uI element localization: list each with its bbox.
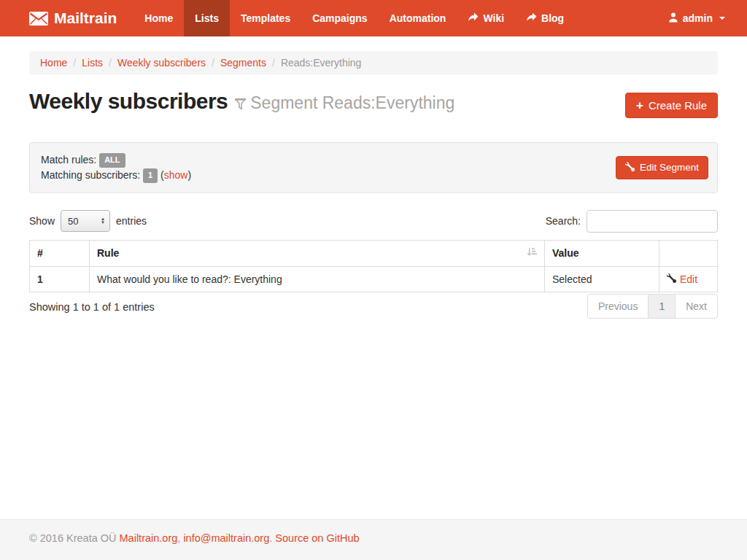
breadcrumb: Home / Lists / Weekly subscribers / Segm… [29, 51, 718, 74]
email-link[interactable]: info@mailtrain.org [183, 532, 269, 544]
page-title: Weekly subscribers [29, 89, 228, 114]
header-num[interactable]: # [30, 240, 90, 266]
search-label: Search: [546, 215, 581, 227]
pagination-page-1[interactable]: 1 [648, 294, 676, 319]
pagination-next[interactable]: Next [675, 294, 718, 319]
external-arrow-icon [468, 12, 479, 24]
brand-link[interactable]: Mailtrain [0, 0, 128, 36]
nav-item-label: Blog [541, 12, 564, 24]
mailtrain-org-link[interactable]: Mailtrain.org [120, 532, 178, 544]
nav-items: Home Lists Templates Campaigns Automatio… [133, 0, 575, 36]
match-rules-line: Match rules: ALL [41, 152, 706, 168]
page: Mailtrain Home Lists Templates Campaigns… [0, 0, 747, 560]
envelope-icon [29, 12, 48, 26]
segment-panel: Match rules: ALL Matching subscribers: 1… [29, 142, 718, 193]
copyright-text: © 2016 Kreata OÜ [29, 532, 117, 544]
matching-subscribers-label: Matching subscribers: [41, 169, 140, 181]
page-header: Weekly subscribers Segment Reads:Everyth… [29, 89, 718, 118]
cell-rule: What would you like to read?: Everything [90, 266, 545, 292]
breadcrumb-home[interactable]: Home [40, 57, 67, 69]
search-control: Search: [546, 210, 718, 233]
breadcrumb-current: Reads:Everything [281, 57, 362, 69]
breadcrumb-separator: / [67, 57, 82, 69]
select-arrows-icon: ▲▼ [101, 217, 105, 225]
nav-item-blog[interactable]: Blog [515, 0, 575, 36]
breadcrumb-separator: / [266, 57, 281, 69]
table-footer: Showing 1 to 1 of 1 entries Previous 1 N… [29, 294, 718, 319]
header-actions [659, 240, 718, 266]
create-rule-button[interactable]: + Create Rule [625, 93, 718, 118]
create-rule-label: Create Rule [649, 99, 707, 112]
page-subtitle-label: Segment Reads:Everything [250, 93, 454, 113]
cell-actions: Edit [659, 266, 718, 292]
breadcrumb-weekly-subscribers[interactable]: Weekly subscribers [117, 57, 206, 69]
rules-table: # Rule Value [29, 240, 718, 292]
match-rules-label: Match rules: [41, 154, 96, 166]
table-controls: Show 50 ▲▼ entries Search: [29, 210, 718, 233]
paren-close: ) [187, 169, 191, 181]
footer: © 2016 Kreata OÜ Mailtrain.org, info@mai… [0, 519, 747, 560]
search-input[interactable] [587, 210, 718, 233]
nav-item-label: Campaigns [312, 12, 367, 24]
brand-label: Mailtrain [54, 9, 117, 27]
nav-item-campaigns[interactable]: Campaigns [301, 0, 378, 36]
show-label: Show [29, 215, 55, 227]
nav-item-automation[interactable]: Automation [379, 0, 457, 36]
nav-item-label: Lists [195, 12, 219, 24]
nav-item-label: Templates [241, 12, 290, 24]
edit-rule-label: Edit [680, 273, 697, 285]
page-size-select[interactable]: 50 ▲▼ [61, 210, 110, 232]
page-size-value: 50 [68, 216, 78, 227]
cell-num: 1 [30, 266, 90, 292]
edit-segment-label: Edit Segment [640, 162, 699, 173]
nav-item-label: Automation [390, 12, 446, 24]
nav-item-wiki[interactable]: Wiki [457, 0, 515, 36]
pagination: Previous 1 Next [587, 294, 718, 319]
page-subtitle: Segment Reads:Everything [235, 93, 454, 113]
header-value[interactable]: Value [545, 240, 659, 266]
nav-item-templates[interactable]: Templates [230, 0, 301, 36]
wrench-icon [667, 273, 676, 285]
filter-icon [235, 93, 246, 113]
source-github-link[interactable]: Source on GitHub [275, 532, 359, 544]
breadcrumb-separator: / [206, 57, 220, 69]
pagination-previous[interactable]: Previous [587, 294, 649, 319]
cell-value: Selected [545, 266, 659, 292]
edit-rule-link[interactable]: Edit [667, 273, 697, 285]
nav-item-label: Home [144, 12, 173, 24]
header-rule-label: Rule [97, 247, 119, 259]
nav-item-label: Wiki [483, 12, 504, 24]
sort-desc-icon [527, 247, 537, 260]
user-name: admin [683, 12, 713, 24]
external-arrow-icon [526, 12, 537, 24]
entries-label: entries [116, 215, 147, 227]
nav-item-home[interactable]: Home [133, 0, 184, 36]
breadcrumb-segments[interactable]: Segments [220, 57, 266, 69]
title-wrap: Weekly subscribers Segment Reads:Everyth… [29, 89, 454, 114]
header-rule[interactable]: Rule [90, 240, 545, 266]
plus-icon: + [636, 99, 643, 112]
nav-item-lists[interactable]: Lists [184, 0, 230, 36]
wrench-icon [625, 162, 635, 174]
table-header-row: # Rule Value [30, 240, 718, 266]
matching-subscribers-badge: 1 [143, 168, 158, 183]
navbar: Mailtrain Home Lists Templates Campaigns… [0, 0, 747, 36]
user-icon [668, 12, 678, 25]
breadcrumb-lists[interactable]: Lists [82, 57, 103, 69]
edit-segment-button[interactable]: Edit Segment [616, 156, 708, 179]
table-info: Showing 1 to 1 of 1 entries [29, 294, 155, 313]
matching-subscribers-line: Matching subscribers: 1 (show) [41, 168, 706, 183]
show-subscribers-link[interactable]: show [164, 169, 188, 181]
breadcrumb-separator: / [103, 57, 117, 69]
user-menu[interactable]: admin [668, 0, 725, 36]
match-rules-badge: ALL [99, 153, 125, 168]
chevron-down-icon [719, 17, 725, 20]
page-length-control: Show 50 ▲▼ entries [29, 210, 147, 232]
table-row: 1 What would you like to read?: Everythi… [30, 266, 718, 292]
